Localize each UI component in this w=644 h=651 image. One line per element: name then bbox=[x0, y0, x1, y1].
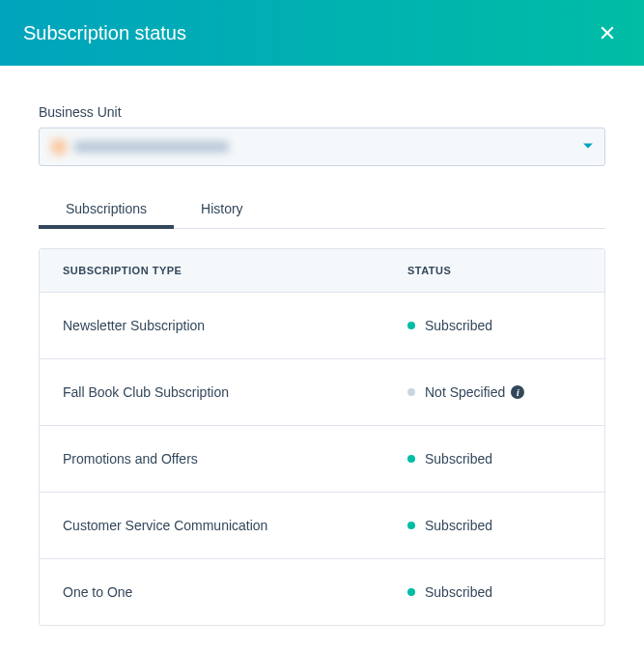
subscription-type: Newsletter Subscription bbox=[63, 318, 407, 333]
subscription-status: Not Specifiedi bbox=[407, 384, 581, 400]
table-row: Newsletter SubscriptionSubscribed bbox=[40, 293, 604, 359]
subscriptions-table: SUBSCRIPTION TYPE STATUS Newsletter Subs… bbox=[39, 248, 605, 626]
subscription-status: Subscribed bbox=[407, 518, 581, 533]
modal-header: Subscription status bbox=[0, 0, 644, 66]
status-text: Subscribed bbox=[425, 584, 492, 600]
modal-title: Subscription status bbox=[23, 22, 186, 44]
business-unit-select[interactable] bbox=[39, 127, 605, 166]
modal-content: Business Unit Subscriptions History SUBS… bbox=[0, 66, 644, 649]
subscription-status: Subscribed bbox=[407, 318, 581, 333]
status-text: Subscribed bbox=[425, 518, 492, 533]
column-header-type: SUBSCRIPTION TYPE bbox=[63, 265, 407, 276]
subscription-type: Customer Service Communication bbox=[63, 518, 407, 533]
status-dot-icon bbox=[407, 588, 415, 596]
business-unit-value-redacted bbox=[51, 139, 229, 155]
subscription-status: Subscribed bbox=[407, 584, 581, 600]
status-text: Not Specified bbox=[425, 384, 505, 400]
table-row: Customer Service CommunicationSubscribed bbox=[40, 493, 604, 559]
table-row: Promotions and OffersSubscribed bbox=[40, 426, 604, 493]
status-text: Subscribed bbox=[425, 451, 492, 467]
subscription-type: One to One bbox=[63, 584, 407, 600]
business-unit-label: Business Unit bbox=[39, 104, 605, 120]
table-row: One to OneSubscribed bbox=[40, 559, 604, 625]
tab-subscriptions[interactable]: Subscriptions bbox=[39, 189, 174, 228]
close-icon bbox=[598, 23, 617, 42]
business-unit-select-wrapper bbox=[39, 127, 605, 166]
status-text: Subscribed bbox=[425, 318, 492, 333]
table-header: SUBSCRIPTION TYPE STATUS bbox=[40, 249, 604, 293]
subscription-type: Promotions and Offers bbox=[63, 451, 407, 467]
column-header-status: STATUS bbox=[407, 265, 581, 276]
table-row: Fall Book Club SubscriptionNot Specified… bbox=[40, 359, 604, 426]
status-dot-icon bbox=[407, 322, 415, 329]
status-dot-icon bbox=[407, 522, 415, 529]
status-dot-icon bbox=[407, 455, 415, 463]
subscription-type: Fall Book Club Subscription bbox=[63, 384, 407, 400]
tab-history[interactable]: History bbox=[174, 189, 270, 228]
info-icon[interactable]: i bbox=[511, 385, 524, 399]
tabs: Subscriptions History bbox=[39, 189, 605, 229]
close-button[interactable] bbox=[594, 19, 621, 46]
table-body: Newsletter SubscriptionSubscribedFall Bo… bbox=[40, 293, 604, 625]
status-dot-icon bbox=[407, 388, 415, 396]
subscription-status: Subscribed bbox=[407, 451, 581, 467]
